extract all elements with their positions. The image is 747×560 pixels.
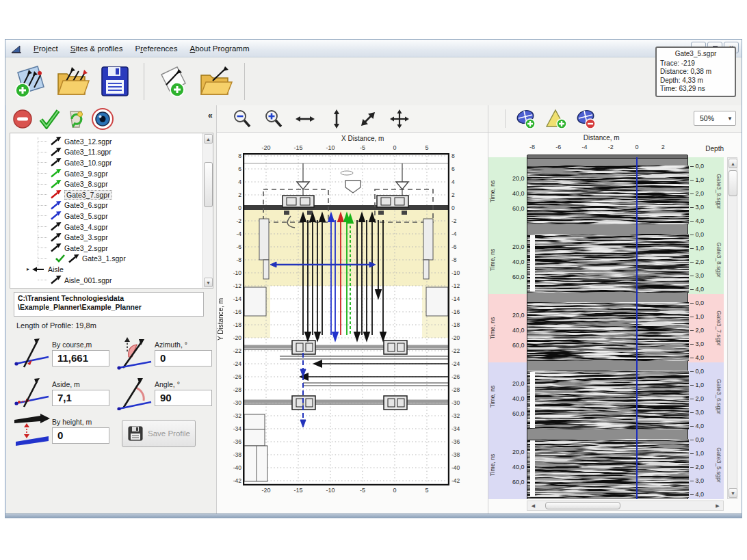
distance-tick: -6 [552, 144, 564, 150]
scroll-left-arrow[interactable]: ◀ [528, 502, 538, 509]
field-azimuth: Azimuth, ° 0 [115, 334, 218, 373]
save-site-button[interactable] [97, 64, 133, 99]
pan-button[interactable] [389, 109, 410, 129]
accept-profile-button[interactable] [38, 107, 61, 131]
menu-preferences[interactable]: Preferences [129, 42, 184, 55]
depth-tick: 0,0 [690, 436, 704, 443]
radargram-image[interactable] [527, 431, 688, 499]
new-profile-button[interactable] [155, 64, 191, 99]
menu-about-programm[interactable]: About Programm [184, 42, 256, 55]
tree-item-gate3_7-sgpr[interactable]: Gate3_7.sgpr [10, 189, 202, 200]
tree-item-aisle_001-sgpr[interactable]: Aisle_001.sgpr [10, 275, 202, 286]
section-name: Gate3_7.sgpr [716, 310, 722, 346]
arrow-vertical-icon [330, 109, 343, 129]
scroll-thumb[interactable] [545, 502, 620, 509]
zoom-level-select[interactable]: 50% ▼ [694, 111, 736, 126]
save-profile-button[interactable]: Save Profile [122, 420, 196, 447]
by-course-icon [12, 336, 52, 371]
tree-item-gate3_9-sgpr[interactable]: Gate3_9.sgpr [10, 168, 202, 179]
time-axis-label: Time, ns [489, 317, 496, 339]
zoom-in-button[interactable] [263, 109, 284, 129]
scroll-thumb[interactable] [729, 170, 737, 196]
menu-bar: ProjectSites & profilesPreferencesAbout … [27, 42, 255, 55]
depth-tick: 3,0 [690, 409, 704, 416]
add-triangle-button[interactable] [546, 109, 566, 129]
radargram-hscrollbar[interactable]: ◀ ▶ [527, 501, 724, 511]
section-name: Gate3_6.sgpr [716, 379, 722, 414]
scroll-up-arrow[interactable]: ▲ [729, 159, 737, 168]
tree-item-gate3_6-sgpr[interactable]: Gate3_6.sgpr [10, 200, 202, 211]
tree-item-gate3_10-sgpr[interactable]: Gate3_10.sgpr [10, 157, 202, 168]
tree-item-gate3_2-sgpr[interactable]: Gate3_2.sgpr [10, 243, 202, 254]
x-tick: -5 [355, 487, 370, 494]
distance-ticks: -8-6-4-202 [527, 144, 688, 153]
radargram-image[interactable] [527, 157, 688, 226]
radargram-vscrollbar[interactable]: ▲ ▼ [727, 157, 737, 499]
stretch-diagonal-button[interactable] [358, 109, 378, 129]
y-tick: 2 [225, 191, 241, 198]
tree-item-gate3_8-sgpr[interactable]: Gate3_8.sgpr [10, 178, 202, 189]
x-tick: -15 [291, 487, 306, 494]
y-tick: -4 [451, 230, 468, 237]
field-by-height: By height, m 0 [12, 413, 115, 449]
new-site-button[interactable] [12, 64, 48, 99]
menu-sites-profiles[interactable]: Sites & profiles [64, 42, 129, 55]
y-tick: -14 [451, 295, 468, 302]
remove-point-button[interactable] [576, 109, 597, 129]
radargram-image[interactable] [527, 226, 688, 294]
add-point-button[interactable] [516, 109, 536, 129]
tree-item-gate3_4-sgpr[interactable]: Gate3_4.sgpr [10, 222, 202, 232]
zoom-out-icon [233, 109, 252, 129]
by-course-input[interactable]: 11,661 [52, 350, 109, 366]
stretch-horizontal-button[interactable] [295, 109, 315, 129]
distance-tick: 2 [657, 144, 669, 150]
stretch-vertical-button[interactable] [326, 109, 347, 129]
depth-axis: 0,01,02,03,04,0Gate3_5.sgpr [688, 431, 724, 499]
time-tick: 20,0 [512, 175, 525, 182]
open-profile-button[interactable] [198, 64, 233, 99]
scroll-right-arrow[interactable]: ▶ [713, 502, 722, 509]
radargram-image[interactable] [527, 362, 688, 431]
scroll-down-arrow[interactable]: ▼ [204, 278, 213, 287]
aside-input[interactable]: 7,1 [52, 390, 109, 406]
scroll-thumb[interactable] [204, 162, 213, 207]
project-path-box[interactable]: C:\Transient Technologies\data \Example_… [14, 292, 204, 317]
field-label: By course,m [52, 341, 109, 349]
scroll-up-arrow[interactable]: ▲ [204, 134, 213, 144]
x-axis-title: X Distance, m [217, 135, 488, 144]
tree-item-aisle[interactable]: ▸Aisle [10, 264, 202, 275]
path-line-1: C:\Transient Technologies\data [18, 294, 200, 303]
azimuth-input[interactable]: 0 [155, 350, 212, 366]
y-tick: -20 [225, 334, 241, 341]
tree-item-gate3_12-sgpr[interactable]: Gate3_12.sgpr [10, 136, 202, 147]
scroll-down-arrow[interactable]: ▼ [729, 488, 737, 498]
eye-view-button[interactable] [91, 107, 114, 131]
angle-icon [115, 376, 155, 410]
tree-item-gate3_3-sgpr[interactable]: Gate3_3.sgpr [10, 232, 202, 243]
angle-input[interactable]: 90 [155, 390, 212, 406]
tree-item-gate3_5-sgpr[interactable]: Gate3_5.sgpr [10, 211, 202, 222]
y-tick: -22 [451, 347, 468, 354]
tree-item-gate3_1-sgpr[interactable]: Gate3_1.sgpr [10, 254, 202, 265]
open-site-button[interactable] [55, 64, 90, 99]
refresh-view-button[interactable] [64, 107, 88, 131]
menu-project[interactable]: Project [27, 42, 64, 55]
y-tick: -14 [225, 295, 241, 302]
delete-profile-button[interactable] [11, 107, 34, 131]
section-name: Gate3_9.sgpr [716, 174, 722, 209]
radargram-image[interactable] [527, 294, 688, 362]
zoom-out-button[interactable] [232, 109, 252, 129]
profile-tree-box: Gate3_12.sgprGate3_11.sgprGate3_10.sgprG… [10, 133, 213, 289]
by-height-input[interactable]: 0 [52, 427, 109, 444]
y-tick: -30 [225, 399, 241, 406]
site-plan-plot[interactable] [243, 153, 449, 485]
collapse-sidebar-button[interactable]: « [208, 111, 213, 120]
radar-section-gate3_6-sgpr: Time, ns20,040,060,00,01,02,03,04,0Gate3… [488, 362, 724, 431]
tree-item-gate3_11-sgpr[interactable]: Gate3_11.sgpr [10, 147, 202, 158]
open-profile-icon [198, 64, 233, 98]
y-tick: -20 [451, 334, 468, 341]
tree-scrollbar[interactable]: ▲ ▼ [202, 133, 213, 288]
tree-item-label: Gate3_5.sgpr [64, 212, 108, 220]
time-tick: 20,0 [512, 312, 525, 319]
expander-icon[interactable]: ▸ [27, 266, 29, 272]
